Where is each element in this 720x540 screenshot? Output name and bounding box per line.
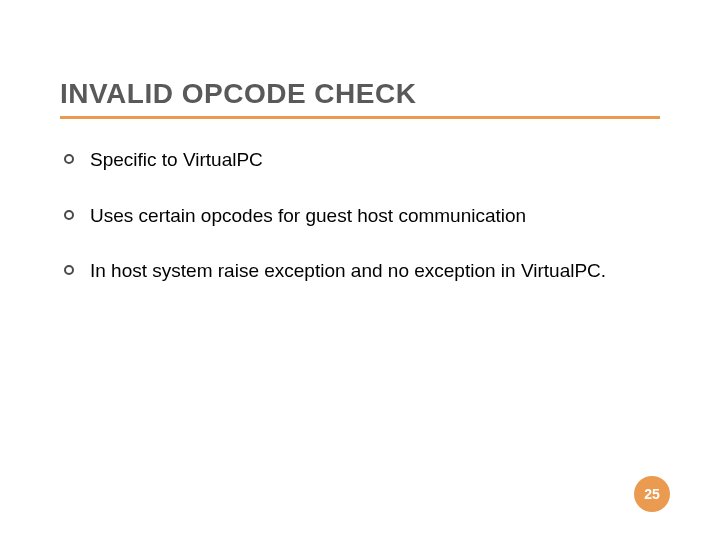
bullet-icon xyxy=(64,154,74,164)
list-item: Uses certain opcodes for guest host comm… xyxy=(64,203,660,229)
page-number-badge: 25 xyxy=(634,476,670,512)
accent-divider xyxy=(60,116,660,119)
slide: INVALID OPCODE CHECK Specific to Virtual… xyxy=(0,0,720,540)
bullet-icon xyxy=(64,210,74,220)
bullet-text: In host system raise exception and no ex… xyxy=(90,258,660,284)
slide-title: INVALID OPCODE CHECK xyxy=(60,78,660,110)
bullet-text: Uses certain opcodes for guest host comm… xyxy=(90,203,660,229)
bullet-icon xyxy=(64,265,74,275)
list-item: In host system raise exception and no ex… xyxy=(64,258,660,284)
list-item: Specific to VirtualPC xyxy=(64,147,660,173)
bullet-list: Specific to VirtualPC Uses certain opcod… xyxy=(60,147,660,284)
page-number: 25 xyxy=(644,486,660,502)
bullet-text: Specific to VirtualPC xyxy=(90,147,660,173)
